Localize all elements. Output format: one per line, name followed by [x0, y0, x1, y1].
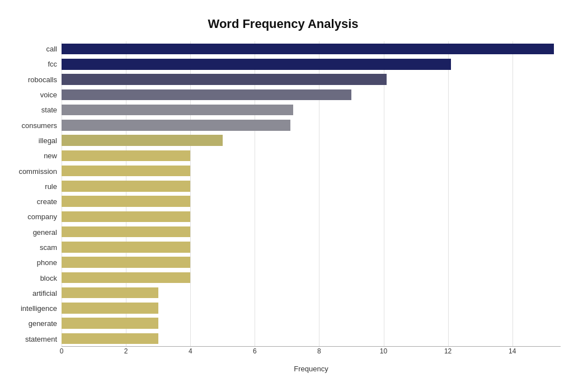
x-tick-10: 10 [380, 347, 387, 355]
bar-create [62, 196, 190, 207]
bar-row-statement [62, 331, 561, 346]
bar-generate [62, 318, 158, 329]
y-label-state: state [41, 106, 57, 114]
bar-artificial [62, 287, 158, 299]
y-label-commission: commission [18, 168, 57, 175]
bar-row-call [62, 41, 561, 56]
bar-block [62, 272, 190, 284]
bar-row-state [62, 102, 561, 117]
bar-voice [62, 89, 351, 101]
bar-row-generate [62, 316, 561, 331]
bar-row-commission [62, 163, 561, 178]
bar-phone [62, 257, 190, 268]
bar-statement [62, 333, 158, 344]
bar-fcc [62, 59, 451, 70]
bar-row-rule [62, 178, 561, 193]
y-label-robocalls: robocalls [28, 76, 57, 83]
bar-row-artificial [62, 285, 561, 300]
y-label-block: block [40, 275, 57, 282]
y-label-artificial: artificial [32, 290, 57, 297]
chart-title: Word Frequency Analysis [6, 17, 561, 31]
x-tick-0: 0 [60, 347, 64, 355]
bar-illegal [62, 135, 223, 146]
bar-row-block [62, 270, 561, 285]
y-label-fcc: fcc [48, 60, 57, 68]
chart-container: Word Frequency Analysis callfccrobocalls… [0, 0, 583, 392]
bar-row-new [62, 148, 561, 163]
bar-row-create [62, 194, 561, 209]
bar-row-consumers [62, 117, 561, 133]
bar-new [62, 150, 190, 162]
x-tick-8: 8 [317, 347, 321, 355]
x-tick-14: 14 [509, 347, 516, 355]
bar-row-phone [62, 255, 561, 270]
bar-row-general [62, 224, 561, 239]
bar-row-illegal [62, 133, 561, 148]
x-tick-4: 4 [189, 347, 192, 355]
bar-row-voice [62, 87, 561, 102]
bar-scam [62, 242, 190, 253]
y-axis-labels: callfccrobocallsvoicestateconsumersilleg… [6, 41, 62, 347]
bar-intelligence [62, 303, 158, 314]
bar-general [62, 226, 190, 238]
y-label-consumers: consumers [21, 122, 57, 129]
bar-row-fcc [62, 56, 561, 72]
bar-rule [62, 181, 190, 192]
bars-area: 02468101214 Frequency [62, 41, 561, 347]
y-label-general: general [33, 229, 57, 236]
y-label-statement: statement [25, 336, 57, 343]
y-label-company: company [27, 213, 57, 220]
y-label-call: call [46, 45, 57, 53]
x-axis-label: Frequency [62, 365, 561, 373]
bar-call [62, 44, 554, 55]
bar-state [62, 105, 293, 116]
y-label-new: new [44, 152, 57, 159]
bar-row-company [62, 209, 561, 224]
bar-row-scam [62, 239, 561, 254]
bar-robocalls [62, 74, 387, 85]
bar-row-intelligence [62, 300, 561, 315]
y-label-generate: generate [29, 320, 57, 327]
x-tick-6: 6 [253, 347, 257, 355]
y-label-create: create [37, 198, 57, 205]
x-tick-12: 12 [444, 347, 452, 355]
y-label-rule: rule [45, 183, 57, 190]
y-label-voice: voice [40, 91, 57, 98]
y-label-illegal: illegal [39, 137, 57, 144]
x-tick-2: 2 [124, 347, 128, 355]
y-label-phone: phone [37, 259, 57, 266]
bar-row-robocalls [62, 72, 561, 87]
bar-consumers [62, 120, 290, 131]
bar-commission [62, 166, 190, 177]
y-label-intelligence: intelligence [21, 305, 57, 312]
y-label-scam: scam [40, 244, 57, 251]
bar-company [62, 211, 190, 223]
